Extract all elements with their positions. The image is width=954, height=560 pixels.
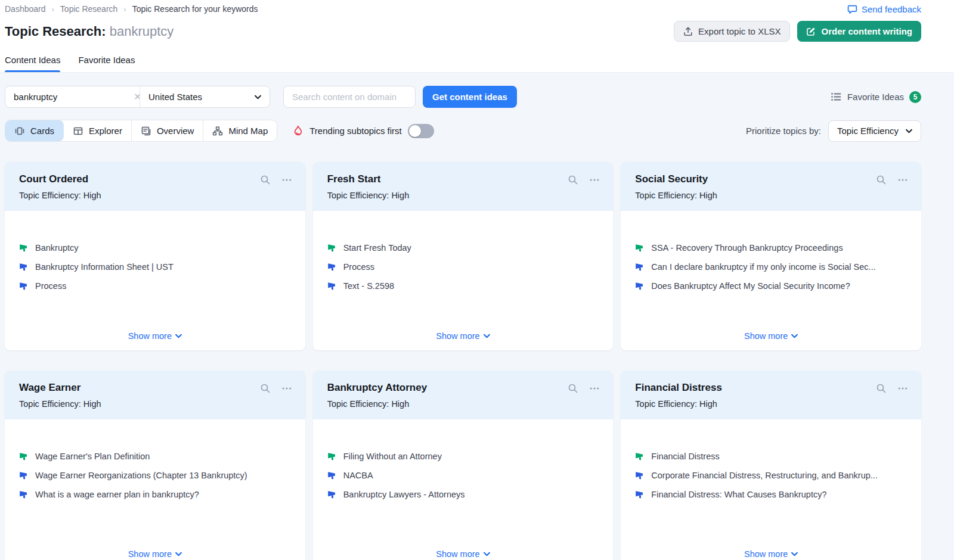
content-idea-item[interactable]: Text - S.2598 xyxy=(327,281,599,291)
topic-efficiency: Topic Efficiency: High xyxy=(327,399,428,409)
topic-efficiency: Topic Efficiency: High xyxy=(635,191,717,200)
show-more-button[interactable]: Show more xyxy=(436,546,490,560)
order-content-writing-label: Order content writing xyxy=(821,26,912,36)
breadcrumb-separator: › xyxy=(123,5,126,14)
content-idea-item[interactable]: Start Fresh Today xyxy=(327,243,599,253)
export-xlsx-button[interactable]: Export topic to XLSX xyxy=(674,21,790,42)
topic-card-social-security: Social Security Topic Efficiency: High S… xyxy=(621,162,921,350)
content-idea-item[interactable]: Does Bankruptcy Affect My Social Securit… xyxy=(635,281,907,291)
more-options-icon[interactable] xyxy=(589,383,600,394)
trending-subtopics-toggle[interactable] xyxy=(408,124,434,138)
content-idea-item[interactable]: Bankruptcy xyxy=(19,243,291,253)
favorite-ideas-label: Favorite Ideas xyxy=(847,92,904,102)
view-tab-mindmap[interactable]: Mind Map xyxy=(203,120,277,141)
megaphone-icon xyxy=(327,281,337,291)
favorite-ideas-button[interactable]: Favorite Ideas 5 xyxy=(831,91,921,103)
megaphone-icon xyxy=(19,262,29,272)
get-content-ideas-button[interactable]: Get content ideas xyxy=(423,86,517,108)
show-more-button[interactable]: Show more xyxy=(436,328,490,344)
overview-icon xyxy=(141,126,151,136)
view-tab-explorer[interactable]: Explorer xyxy=(64,120,132,141)
view-tab-overview-label: Overview xyxy=(157,126,194,136)
search-icon[interactable] xyxy=(876,383,887,394)
topic-card-header: Social Security Topic Efficiency: High xyxy=(621,162,921,211)
content-idea-text: Filing Without an Attorney xyxy=(343,452,442,461)
topic-card-title: Court Ordered xyxy=(19,173,101,185)
tabs: Content Ideas Favorite Ideas xyxy=(5,55,921,72)
breadcrumb-dashboard[interactable]: Dashboard xyxy=(5,4,46,14)
order-content-writing-button[interactable]: Order content writing xyxy=(797,21,921,42)
prioritize-control: Prioritize topics by: Topic Efficiency xyxy=(746,120,921,142)
content-idea-item[interactable]: Can I declare bankruptcy if my only inco… xyxy=(635,262,907,272)
tab-content-ideas[interactable]: Content Ideas xyxy=(5,55,60,72)
content-idea-item[interactable]: NACBA xyxy=(327,471,599,480)
content-idea-text: Wage Earner Reorganizations (Chapter 13 … xyxy=(35,471,247,480)
topic-card-header: Bankruptcy Attorney Topic Efficiency: Hi… xyxy=(313,371,614,419)
send-feedback-link[interactable]: Send feedback xyxy=(847,4,921,14)
more-options-icon[interactable] xyxy=(281,383,292,394)
content-idea-item[interactable]: Bankruptcy Lawyers - Attorneys xyxy=(327,490,599,499)
search-icon[interactable] xyxy=(568,175,578,185)
search-icon[interactable] xyxy=(260,175,271,185)
topic-cards-grid: Court Ordered Topic Efficiency: High Ban… xyxy=(5,162,921,350)
content-idea-item[interactable]: Process xyxy=(19,281,291,291)
topic-card-header: Fresh Start Topic Efficiency: High xyxy=(313,162,614,211)
content-idea-text: Financial Distress xyxy=(651,452,719,461)
send-feedback-label: Send feedback xyxy=(862,4,921,14)
megaphone-icon xyxy=(327,243,337,253)
megaphone-icon xyxy=(19,243,29,253)
domain-search-input[interactable] xyxy=(283,86,416,108)
content-idea-text: NACBA xyxy=(343,471,373,480)
content-idea-item[interactable]: Process xyxy=(327,262,599,272)
content-idea-text: What is a wage earner plan in bankruptcy… xyxy=(35,490,199,499)
content-idea-item[interactable]: SSA - Recovery Through Bankruptcy Procee… xyxy=(635,243,907,253)
topic-card-court-ordered: Court Ordered Topic Efficiency: High Ban… xyxy=(5,162,305,350)
content-idea-item[interactable]: Bankruptcy Information Sheet | UST xyxy=(19,262,291,272)
more-options-icon[interactable] xyxy=(281,175,292,185)
country-select[interactable]: United States xyxy=(140,86,270,107)
content-idea-item[interactable]: Financial Distress: What Causes Bankrupt… xyxy=(635,490,907,499)
content-idea-item[interactable]: Wage Earner Reorganizations (Chapter 13 … xyxy=(19,471,291,480)
view-tab-cards[interactable]: Cards xyxy=(5,120,64,141)
search-icon[interactable] xyxy=(876,175,887,185)
show-more-button[interactable]: Show more xyxy=(744,546,798,560)
megaphone-icon xyxy=(19,452,29,461)
favorite-ideas-count-badge: 5 xyxy=(909,91,921,103)
view-tab-overview[interactable]: Overview xyxy=(132,120,204,141)
megaphone-icon xyxy=(327,452,337,461)
tab-favorite-ideas[interactable]: Favorite Ideas xyxy=(78,55,135,72)
content-idea-item[interactable]: Wage Earner's Plan Definition xyxy=(19,452,291,461)
toggle-knob xyxy=(409,125,421,137)
prioritize-label: Prioritize topics by: xyxy=(746,126,821,136)
search-icon[interactable] xyxy=(260,383,271,394)
keyword-input[interactable] xyxy=(14,92,132,102)
search-icon[interactable] xyxy=(568,383,578,394)
flame-icon xyxy=(293,125,303,137)
edit-icon xyxy=(806,27,816,36)
content-idea-item[interactable]: Filing Without an Attorney xyxy=(327,452,599,461)
megaphone-icon xyxy=(19,490,29,499)
more-options-icon[interactable] xyxy=(897,383,908,394)
explorer-table-icon xyxy=(73,126,83,136)
page-title: Topic Research: bankruptcy xyxy=(5,24,174,39)
show-more-button[interactable]: Show more xyxy=(744,328,798,344)
show-more-button[interactable]: Show more xyxy=(128,328,182,344)
megaphone-icon xyxy=(19,471,29,480)
trending-subtopics-label: Trending subtopics first xyxy=(309,126,402,136)
breadcrumb-topic-research[interactable]: Topic Research xyxy=(60,4,118,14)
content-idea-item[interactable]: What is a wage earner plan in bankruptcy… xyxy=(19,490,291,499)
show-more-button[interactable]: Show more xyxy=(128,546,182,560)
content-idea-text: Process xyxy=(343,262,374,272)
topic-card-header: Court Ordered Topic Efficiency: High xyxy=(5,162,305,211)
prioritize-dropdown[interactable]: Topic Efficiency xyxy=(828,120,921,142)
content-idea-text: Can I declare bankruptcy if my only inco… xyxy=(651,262,875,272)
megaphone-icon xyxy=(635,471,645,480)
more-options-icon[interactable] xyxy=(897,175,908,185)
more-options-icon[interactable] xyxy=(589,175,600,185)
content-idea-item[interactable]: Financial Distress xyxy=(635,452,907,461)
upload-icon xyxy=(683,27,693,36)
list-icon xyxy=(831,91,842,102)
megaphone-icon xyxy=(327,490,337,499)
content-idea-text: Does Bankruptcy Affect My Social Securit… xyxy=(651,281,850,291)
content-idea-item[interactable]: Corporate Financial Distress, Restructur… xyxy=(635,471,907,480)
